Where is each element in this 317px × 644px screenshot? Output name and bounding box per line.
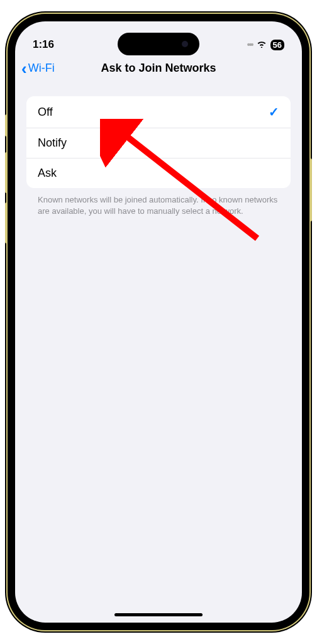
chevron-left-icon: ‹ [21,60,27,77]
wifi-icon [257,40,267,50]
page-title: Ask to Join Networks [23,62,294,75]
power-button [309,158,312,221]
back-button[interactable]: ‹ Wi-Fi [21,60,55,77]
nav-bar: ‹ Wi-Fi Ask to Join Networks [15,55,302,84]
option-label: Off [38,106,53,119]
home-indicator[interactable] [114,613,203,616]
volume-up-button [5,152,8,193]
volume-down-button [5,203,8,243]
option-label: Notify [38,136,67,150]
dynamic-island [118,33,199,55]
footer-description: Known networks will be joined automatica… [26,188,291,223]
battery-badge: 56 [270,40,284,50]
option-notify[interactable]: Notify [26,128,291,158]
cellular-icon: ••• [247,40,253,50]
status-right: ••• 56 [247,40,284,50]
checkmark-icon: ✓ [269,104,279,119]
options-list: Off ✓ Notify Ask [26,96,291,188]
option-ask[interactable]: Ask [26,158,291,188]
mute-switch [5,114,8,136]
back-label: Wi-Fi [28,62,55,75]
status-time: 1:16 [33,38,54,51]
phone-frame: 1:16 ••• 56 ‹ Wi-Fi Ask to Join Networks… [8,14,309,630]
option-off[interactable]: Off ✓ [26,96,291,128]
content: Off ✓ Notify Ask Known networks will be … [15,84,302,223]
screen: 1:16 ••• 56 ‹ Wi-Fi Ask to Join Networks… [15,21,302,623]
option-label: Ask [38,167,57,180]
